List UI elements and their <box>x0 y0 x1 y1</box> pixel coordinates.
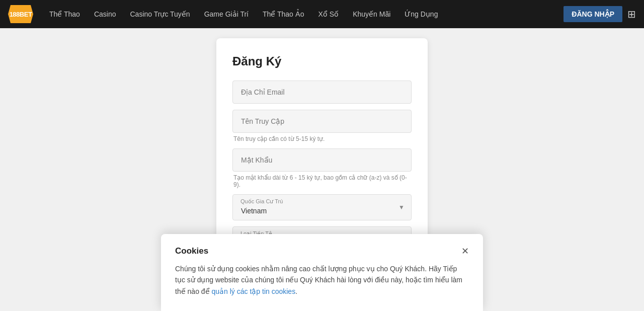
cookie-header: Cookies ✕ <box>175 246 469 256</box>
cookie-close-button[interactable]: ✕ <box>461 247 469 256</box>
cookie-link-suffix: . <box>295 287 297 295</box>
grid-icon[interactable]: ⊞ <box>627 8 636 20</box>
password-field[interactable] <box>232 148 412 172</box>
cookie-title: Cookies <box>175 246 208 256</box>
cookie-banner: Cookies ✕ Chúng tôi sử dụng cookies nhằm… <box>161 234 483 311</box>
navbar-right: ĐĂNG NHẬP ⊞ <box>564 6 636 22</box>
navbar: 188BET Thể Thao Casino Casino Trực Tuyến… <box>0 0 644 28</box>
country-group: Quốc Gia Cư Trú Vietnam ▼ <box>232 194 412 220</box>
nav-link-the-thao-ao[interactable]: Thể Thao Ảo <box>257 6 310 22</box>
nav-link-casino-truc-tuyen[interactable]: Casino Trực Tuyến <box>124 6 196 22</box>
login-button[interactable]: ĐĂNG NHẬP <box>564 6 622 22</box>
email-group <box>232 81 412 104</box>
username-group: Tên truy cập cần có từ 5-15 ký tự. <box>232 110 412 142</box>
cookie-link[interactable]: quản lý các tập tin cookies <box>212 287 296 295</box>
password-hint: Tạo mật khẩu dài từ 6 - 15 ký tự, bao gồ… <box>232 174 412 188</box>
username-field[interactable] <box>232 110 412 133</box>
logo-text: 188BET <box>10 11 32 18</box>
nav-link-khuyen-mai[interactable]: Khuyến Mãi <box>347 6 396 22</box>
logo[interactable]: 188BET <box>8 5 33 23</box>
country-select-wrapper: Quốc Gia Cư Trú Vietnam ▼ <box>232 194 412 220</box>
nav-link-casino[interactable]: Casino <box>88 6 122 22</box>
logo-icon: 188BET <box>8 5 33 23</box>
nav-link-ung-dung[interactable]: Ứng Dụng <box>398 6 444 22</box>
cookie-text: Chúng tôi sử dụng cookies nhằm nâng cao … <box>175 263 469 297</box>
username-hint: Tên truy cập cần có từ 5-15 ký tự. <box>232 135 412 142</box>
nav-links: Thể Thao Casino Casino Trực Tuyến Game G… <box>43 6 564 22</box>
country-label: Quốc Gia Cư Trú <box>240 198 283 205</box>
email-field[interactable] <box>232 81 412 104</box>
nav-link-game-giai-tri[interactable]: Game Giải Trí <box>198 6 255 22</box>
nav-link-xo-so[interactable]: Xổ Số <box>312 6 345 22</box>
register-title: Đăng Ký <box>232 54 412 68</box>
nav-link-the-thao[interactable]: Thể Thao <box>43 6 86 22</box>
password-group: Tạo mật khẩu dài từ 6 - 15 ký tự, bao gồ… <box>232 148 412 188</box>
